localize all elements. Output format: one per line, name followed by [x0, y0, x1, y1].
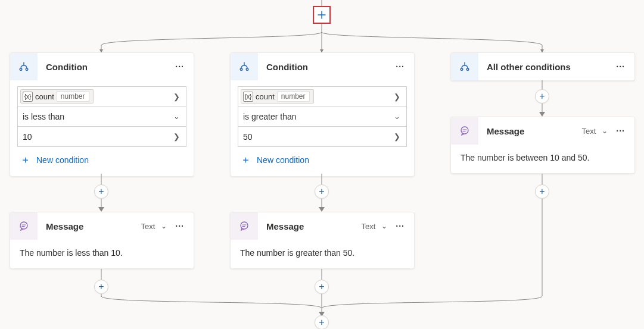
card-title: All other conditions [478, 62, 611, 72]
add-node[interactable]: + [535, 184, 549, 199]
card-title: Message [478, 126, 581, 136]
chevron-down-icon[interactable]: ⌄ [171, 112, 182, 121]
connector [101, 269, 102, 280]
condition-variable-row[interactable]: {x} count number ❯ [238, 86, 407, 106]
add-node[interactable]: + [315, 280, 329, 294]
add-node-bottom[interactable]: + [315, 315, 329, 329]
chevron-down-icon[interactable]: ⌄ [157, 222, 170, 230]
new-condition-label: New condition [36, 155, 89, 165]
card-title: Condition [38, 62, 170, 72]
message-card[interactable]: Message Text ⌄ ··· The number is between… [450, 117, 635, 174]
message-type: Text [361, 222, 375, 231]
new-condition-button[interactable]: ＋ New condition [238, 147, 407, 168]
chevron-right-icon[interactable]: ❯ [171, 92, 182, 101]
svg-point-8 [461, 127, 468, 134]
condition-operator-row[interactable]: is less than ⌄ [17, 106, 186, 127]
message-body[interactable]: The number is between 10 and 50. [451, 145, 634, 173]
more-menu[interactable]: ··· [611, 62, 630, 71]
arrow-icon [539, 112, 545, 117]
more-menu[interactable]: ··· [170, 62, 189, 71]
chevron-down-icon[interactable]: ⌄ [378, 222, 391, 230]
svg-point-3 [240, 68, 242, 71]
message-icon [451, 117, 478, 145]
svg-point-5 [241, 222, 248, 229]
message-type: Text [581, 127, 596, 136]
add-node-top[interactable] [313, 6, 331, 24]
condition-card[interactable]: Condition ··· {x} count number ❯ is less… [10, 52, 194, 177]
merge-connector [0, 294, 644, 318]
arrow-icon [319, 207, 325, 212]
connector [101, 174, 102, 184]
plus-icon: ＋ [240, 153, 251, 167]
message-card[interactable]: Message Text ⌄ ··· The number is less th… [10, 212, 194, 269]
condition-card-other[interactable]: All other conditions ··· [450, 52, 635, 81]
flow-canvas: Condition ··· {x} count number ❯ is less… [0, 0, 644, 329]
message-icon [231, 212, 258, 240]
connector [542, 80, 543, 89]
chevron-right-icon[interactable]: ❯ [391, 132, 403, 141]
branch-icon [451, 53, 478, 80]
comparison-value: 10 [20, 132, 167, 142]
svg-point-0 [20, 68, 22, 71]
condition-card[interactable]: Condition ··· {x} count number ❯ is grea… [230, 52, 415, 177]
connector [101, 199, 102, 207]
message-body[interactable]: The number is less than 10. [10, 240, 194, 268]
card-title: Condition [258, 62, 391, 72]
variable-icon: {x} [23, 92, 33, 102]
add-node[interactable]: + [94, 280, 108, 294]
svg-point-6 [461, 68, 463, 71]
branch-icon [231, 53, 258, 80]
condition-value-row[interactable]: 50 ❯ [238, 127, 407, 147]
svg-point-2 [20, 222, 27, 229]
variable-name: count [256, 92, 275, 101]
svg-point-7 [466, 68, 469, 71]
message-icon [10, 212, 38, 240]
card-title: Message [258, 221, 361, 231]
more-menu[interactable]: ··· [170, 221, 189, 231]
condition-operator-row[interactable]: is greater than ⌄ [238, 106, 407, 127]
variable-name: count [35, 92, 54, 101]
connector [322, 174, 322, 184]
message-card[interactable]: Message Text ⌄ ··· The number is greater… [230, 212, 415, 269]
add-node[interactable]: + [315, 184, 329, 199]
operator-value: is greater than [241, 112, 388, 121]
more-menu[interactable]: ··· [611, 126, 630, 136]
add-node[interactable]: + [94, 184, 108, 199]
svg-point-1 [26, 68, 28, 71]
chevron-right-icon[interactable]: ❯ [391, 92, 403, 101]
message-type: Text [141, 222, 155, 231]
operator-value: is less than [20, 112, 167, 121]
variable-type: number [57, 91, 89, 102]
connector [322, 24, 322, 32]
message-body[interactable]: The number is greater than 50. [231, 240, 414, 268]
variable-token[interactable]: {x} count number [241, 89, 314, 104]
chevron-right-icon[interactable]: ❯ [171, 132, 182, 141]
condition-value-row[interactable]: 10 ❯ [17, 127, 186, 147]
svg-point-4 [246, 68, 248, 71]
branch-icon [10, 53, 38, 80]
variable-icon: {x} [243, 92, 253, 102]
add-node[interactable]: + [535, 89, 549, 104]
more-menu[interactable]: ··· [391, 221, 409, 231]
variable-token[interactable]: {x} count number [20, 89, 94, 104]
variable-type: number [277, 91, 310, 102]
more-menu[interactable]: ··· [391, 62, 409, 71]
chevron-down-icon[interactable]: ⌄ [391, 112, 403, 121]
plus-icon: ＋ [20, 153, 30, 167]
connector [542, 104, 543, 112]
connector [322, 199, 322, 207]
chevron-down-icon[interactable]: ⌄ [598, 127, 611, 135]
new-condition-button[interactable]: ＋ New condition [17, 147, 186, 168]
connector [322, 269, 322, 280]
condition-variable-row[interactable]: {x} count number ❯ [17, 86, 186, 106]
arrow-icon [98, 207, 104, 212]
new-condition-label: New condition [257, 155, 309, 165]
connector [542, 174, 543, 184]
card-title: Message [38, 221, 141, 231]
connector [542, 199, 543, 294]
comparison-value: 50 [241, 132, 388, 142]
plus-icon [318, 11, 326, 19]
